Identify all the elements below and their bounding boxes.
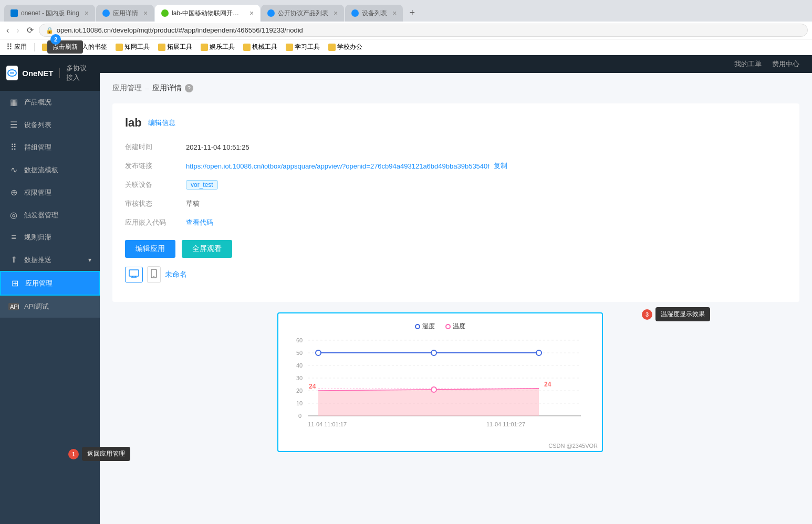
sidebar-item-product-overview[interactable]: ▦ 产品概况 xyxy=(0,91,100,113)
sidebar-item-trigger-label: 触发器管理 xyxy=(24,211,58,220)
app-management-icon: ⊞ xyxy=(9,278,20,288)
bookmark-mechanical[interactable]: 机械工具 xyxy=(241,41,279,53)
sidebar-item-trigger[interactable]: ◎ 触发器管理 xyxy=(0,204,100,226)
my-work-link[interactable]: 我的工单 xyxy=(734,59,762,69)
onenet-favicon xyxy=(102,9,110,17)
humidity-legend-dot xyxy=(415,324,420,329)
watermark: CSDN @2345VOR xyxy=(548,443,598,449)
tab-app-detail-close[interactable]: × xyxy=(143,9,148,17)
sidebar-item-data-push[interactable]: ⇑ 数据推送 ▾ xyxy=(0,248,100,271)
info-table: 创建时间 2021-11-04 10:51:25 发布链接 https://op… xyxy=(125,140,787,229)
app-title-row: lab 编辑信息 xyxy=(125,116,787,130)
svg-rect-0 xyxy=(129,270,139,276)
tab-protocol-close[interactable]: × xyxy=(334,9,338,17)
tab-app-detail[interactable]: 应用详情 × xyxy=(96,5,154,22)
lab-favicon xyxy=(161,9,169,17)
new-tab-button[interactable]: + xyxy=(404,4,420,22)
svg-point-21 xyxy=(316,350,321,355)
review-status-label: 审核状态 xyxy=(125,197,178,211)
bookmark-mechanical-label: 机械工具 xyxy=(252,43,277,51)
sidebar-logo: OneNET 多协议接入 xyxy=(0,55,100,91)
sidebar-item-app-management[interactable]: ⊞ 应用管理 xyxy=(0,271,100,296)
svg-text:50: 50 xyxy=(296,350,303,356)
sidebar-item-api-debug[interactable]: API API调试 xyxy=(0,296,100,318)
tab-bing-label: onenet - 国内版 Bing xyxy=(21,9,79,18)
main-content: 我的工单 费用中心 应用管理 – 应用详情 ? lab 编辑信息 xyxy=(100,55,812,524)
legend-humidity: 湿度 xyxy=(415,322,435,331)
breadcrumb-parent[interactable]: 应用管理 xyxy=(112,83,142,93)
tab-device-close[interactable]: × xyxy=(392,9,397,17)
breadcrumb-current: 应用详情 xyxy=(152,83,182,93)
data-push-expand-icon: ▾ xyxy=(88,256,91,264)
svg-text:60: 60 xyxy=(296,337,303,343)
device-tag: vor_test xyxy=(186,180,218,190)
svg-point-25 xyxy=(431,387,436,392)
chart-svg: 60 50 40 30 20 10 0 xyxy=(287,336,591,441)
tab-bing[interactable]: onenet - 国内版 Bing × xyxy=(4,5,95,22)
refresh-button[interactable]: ⟳ xyxy=(25,24,36,36)
bookmark-expand[interactable]: 拓展工具 xyxy=(156,41,194,53)
bookmark-cnki[interactable]: 知网工具 xyxy=(113,41,152,53)
embed-code-value: 查看代码 xyxy=(186,216,787,229)
bookmark-entertainment[interactable]: 娱乐工具 xyxy=(199,41,237,53)
lock-icon: 🔒 xyxy=(46,27,54,34)
edit-info-link[interactable]: 编辑信息 xyxy=(148,118,175,128)
tab-label-unnamed: 未命名 xyxy=(165,270,187,279)
forward-button[interactable]: › xyxy=(14,25,21,36)
app-detail-card: lab 编辑信息 创建时间 2021-11-04 10:51:25 发布链接 h… xyxy=(112,103,799,302)
fee-center-link[interactable]: 费用中心 xyxy=(772,59,799,69)
address-input[interactable] xyxy=(57,26,801,34)
sidebar-item-device-list[interactable]: ☰ 设备列表 xyxy=(0,113,100,136)
sidebar-item-group-management[interactable]: ⠿ 群组管理 xyxy=(0,136,100,159)
annotation-badge-3: 3 xyxy=(642,309,652,320)
bookmark-school[interactable]: 学校办公 xyxy=(326,41,365,53)
chart-container: 湿度 温度 60 50 40 xyxy=(277,312,603,452)
group-icon: ⠿ xyxy=(8,142,19,152)
annotation-1-tooltip: 返回应用管理 xyxy=(100,447,130,461)
svg-point-23 xyxy=(536,350,542,355)
fullscreen-button[interactable]: 全屏观看 xyxy=(182,240,232,258)
breadcrumb-separator: – xyxy=(145,84,149,92)
sidebar-item-rules[interactable]: ≡ 规则归滞 xyxy=(0,226,100,248)
tab-protocol[interactable]: 公开协议产品列表 × xyxy=(261,5,344,22)
svg-text:24: 24 xyxy=(309,383,316,390)
sidebar-item-data-push-label: 数据推送 xyxy=(24,255,51,265)
logo-text: OneNET xyxy=(22,69,53,78)
create-time-label: 创建时间 xyxy=(125,140,178,154)
related-device-label: 关联设备 xyxy=(125,178,178,192)
back-button[interactable]: ‹ xyxy=(4,25,11,36)
device-list-icon: ☰ xyxy=(8,120,19,130)
bookmark-study[interactable]: 学习工具 xyxy=(284,41,322,53)
embed-code-label: 应用嵌入代码 xyxy=(125,216,178,229)
annotation-3-tooltip: 温湿度显示效果 xyxy=(655,307,710,321)
svg-text:10: 10 xyxy=(296,400,303,406)
view-code-link[interactable]: 查看代码 xyxy=(186,218,213,227)
logo-divider xyxy=(59,68,60,78)
tab-lab-close[interactable]: × xyxy=(249,9,254,17)
sidebar-item-group-label: 群组管理 xyxy=(24,143,51,152)
svg-text:11-04 11:01:17: 11-04 11:01:17 xyxy=(308,421,347,427)
address-bar[interactable]: 🔒 xyxy=(39,24,808,37)
bookmark-apps[interactable]: ⠿ 应用 xyxy=(4,41,29,53)
legend-temp: 温度 xyxy=(445,322,465,331)
publish-url-text: https://open.iot.10086.cn/iotbox/appsqua… xyxy=(186,162,490,170)
tab-bing-close[interactable]: × xyxy=(85,9,89,17)
tab-lab[interactable]: lab-中国移动物联网开放平台 × xyxy=(155,5,260,22)
sidebar-item-permission[interactable]: ⊕ 权限管理 xyxy=(0,181,100,204)
separator-1 xyxy=(34,43,35,51)
view-tabs: 未命名 xyxy=(125,266,787,283)
breadcrumb-help-icon[interactable]: ? xyxy=(185,84,193,92)
chart-legend: 湿度 温度 xyxy=(287,322,594,331)
data-push-icon: ⇑ xyxy=(8,255,19,265)
desktop-view-tab[interactable] xyxy=(125,267,143,282)
mobile-view-tab[interactable] xyxy=(147,266,161,283)
tab-device[interactable]: 设备列表 × xyxy=(345,5,403,22)
copy-button[interactable]: 复制 xyxy=(494,161,507,171)
sidebar-item-data-template[interactable]: ∿ 数据流模板 xyxy=(0,159,100,181)
temp-label: 温度 xyxy=(453,322,465,331)
publish-url-label: 发布链接 xyxy=(125,159,178,173)
edit-app-button[interactable]: 编辑应用 xyxy=(125,240,175,258)
permission-icon: ⊕ xyxy=(8,187,19,197)
bookmarks-bar: ⠿ 应用 从 Edge 导入的书签 知网工具 拓展工具 娱乐工具 机械工具 学习… xyxy=(0,39,812,55)
sidebar-item-app-management-label: 应用管理 xyxy=(25,279,53,288)
